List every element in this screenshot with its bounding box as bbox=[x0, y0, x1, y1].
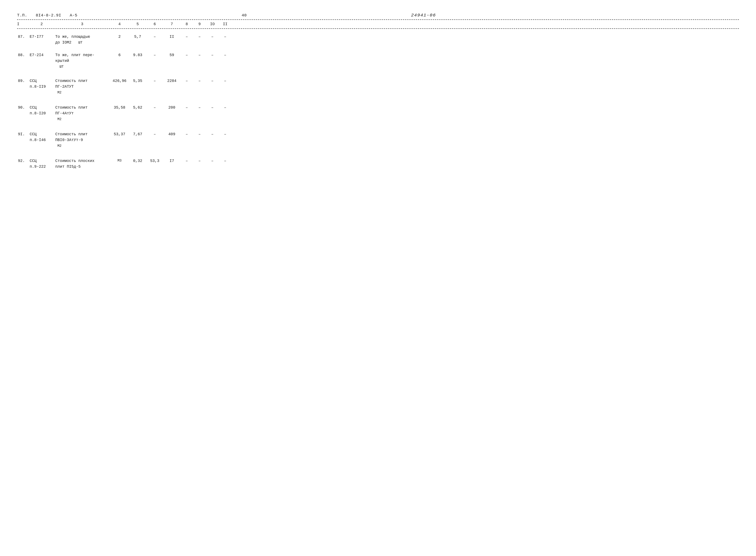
row-col9: – bbox=[193, 34, 206, 40]
row-col5: 9.83 bbox=[129, 52, 146, 58]
row-col8: – bbox=[180, 131, 193, 137]
row-col9: – bbox=[193, 131, 206, 137]
row-col8: – bbox=[180, 158, 193, 164]
table-row: 90. ССЦп.8-I20 Стоимость плитПГ-4АтУтМ2 … bbox=[17, 100, 739, 127]
row-col5: 0,32 bbox=[129, 158, 146, 164]
row-col6: – bbox=[146, 105, 163, 110]
col-header-4: 4 bbox=[110, 22, 129, 26]
row-code: ССЦп.8-I46 bbox=[29, 131, 55, 143]
col-header-3: 3 bbox=[55, 22, 110, 26]
row-col9: – bbox=[193, 158, 206, 164]
header-spec: А-5 bbox=[70, 13, 77, 18]
col-header-11: II bbox=[219, 22, 232, 26]
row-col4: 426,96 bbox=[110, 78, 129, 84]
row-col6: – bbox=[146, 131, 163, 137]
row-num: 89. bbox=[17, 78, 29, 84]
row-col7: I7 bbox=[163, 158, 180, 164]
row-col9: – bbox=[193, 52, 206, 58]
row-col10: – bbox=[206, 78, 219, 84]
col-header-10: IO bbox=[206, 22, 219, 26]
row-col11: – bbox=[219, 158, 232, 164]
row-code: E7-2I4 bbox=[29, 52, 55, 58]
row-desc: Стоимость плитПГ-4АтУтМ2 bbox=[55, 105, 110, 122]
col-header-5: 5 bbox=[129, 22, 146, 26]
row-col8: – bbox=[180, 52, 193, 58]
row-num: 92. bbox=[17, 158, 29, 164]
row-desc: Стоимость плитПГ-2АТУТМ2 bbox=[55, 78, 110, 95]
row-num: 90. bbox=[17, 105, 29, 110]
row-col4: 35,58 bbox=[110, 105, 129, 110]
row-code: ССЦп.9-222 bbox=[29, 158, 55, 170]
row-col6: – bbox=[146, 34, 163, 40]
row-col7: 2284 bbox=[163, 78, 180, 84]
col-header-2: 2 bbox=[29, 22, 55, 26]
row-num: 87. bbox=[17, 34, 29, 40]
row-col5: 5,62 bbox=[129, 105, 146, 110]
row-code: ССЦп.8-II9 bbox=[29, 78, 55, 90]
header-number: 40 bbox=[242, 13, 247, 18]
row-col5: 5,7 bbox=[129, 34, 146, 40]
top-dashed-divider bbox=[17, 20, 739, 20]
row-col7: 59 bbox=[163, 52, 180, 58]
row-col11: – bbox=[219, 105, 232, 110]
row-num: 88. bbox=[17, 52, 29, 58]
row-col4: 2 bbox=[110, 34, 129, 40]
row-col5: 7,67 bbox=[129, 131, 146, 137]
table-row: 87. E7-I77 То же, площадьюдо IОМ2 ШТ 2 5… bbox=[17, 31, 739, 48]
row-col11: – bbox=[219, 34, 232, 40]
row-col6: – bbox=[146, 52, 163, 58]
row-col8: – bbox=[180, 105, 193, 110]
table-row: 9I. ССЦп.8-I46 Стоимость плитПВI0-3АтУт-… bbox=[17, 127, 739, 153]
row-col8: – bbox=[180, 34, 193, 40]
col-header-8: 8 bbox=[180, 22, 193, 26]
table-row: 92. ССЦп.9-222 Стоимость плоскихплит ПI5… bbox=[17, 153, 739, 174]
row-col11: – bbox=[219, 52, 232, 58]
col-header-9: 9 bbox=[193, 22, 206, 26]
row-col9: – bbox=[193, 105, 206, 110]
table-row: 89. ССЦп.8-II9 Стоимость плитПГ-2АТУТМ2 … bbox=[17, 73, 739, 100]
row-col6: – bbox=[146, 78, 163, 84]
row-col4: 53,37 bbox=[110, 131, 129, 137]
col-header-7: 7 bbox=[163, 22, 180, 26]
row-desc: Стоимость плитПВI0-3АтУт-9М2 bbox=[55, 131, 110, 149]
col-header-1: I bbox=[17, 22, 29, 26]
row-code: ССЦп.8-I20 bbox=[29, 105, 55, 116]
row-desc: Стоимость плоскихплит ПI5д-5 bbox=[55, 158, 110, 170]
row-col10: – bbox=[206, 52, 219, 58]
header-code: 8I4-8-2.9I bbox=[36, 13, 61, 18]
row-col5: 5,35 bbox=[129, 78, 146, 84]
doc-number: 24941-06 bbox=[411, 13, 436, 18]
row-col10: – bbox=[206, 105, 219, 110]
row-desc: То же, площадьюдо IОМ2 ШТ bbox=[55, 34, 110, 45]
row-num: 9I. bbox=[17, 131, 29, 137]
row-col11: – bbox=[219, 78, 232, 84]
header-row: Т.П. 8I4-8-2.9I А-5 40 24941-06 bbox=[17, 13, 739, 18]
row-desc: То же, плит пере-крытийШТ bbox=[55, 52, 110, 70]
page-container: Т.П. 8I4-8-2.9I А-5 40 24941-06 I 2 3 4 … bbox=[17, 13, 739, 174]
row-code: E7-I77 bbox=[29, 34, 55, 40]
table-body: 87. E7-I77 То же, площадьюдо IОМ2 ШТ 2 5… bbox=[17, 31, 739, 174]
bottom-dashed-divider bbox=[17, 28, 739, 29]
column-headers: I 2 3 4 5 6 7 8 9 IO II bbox=[17, 21, 739, 28]
row-col7: II bbox=[163, 34, 180, 40]
row-col11: – bbox=[219, 131, 232, 137]
row-col7: 409 bbox=[163, 131, 180, 137]
row-col9: – bbox=[193, 78, 206, 84]
row-col8: – bbox=[180, 78, 193, 84]
table-row: 88. E7-2I4 То же, плит пере-крытийШТ 6 9… bbox=[17, 48, 739, 73]
tp-label: Т.П. bbox=[17, 13, 27, 18]
row-col10: – bbox=[206, 158, 219, 164]
row-col6: 53,3 bbox=[146, 158, 163, 164]
row-unit: М3 bbox=[110, 158, 129, 163]
row-col10: – bbox=[206, 131, 219, 137]
col-header-6: 6 bbox=[146, 22, 163, 26]
row-col7: 200 bbox=[163, 105, 180, 110]
row-col10: – bbox=[206, 34, 219, 40]
row-col4: 6 bbox=[110, 52, 129, 58]
